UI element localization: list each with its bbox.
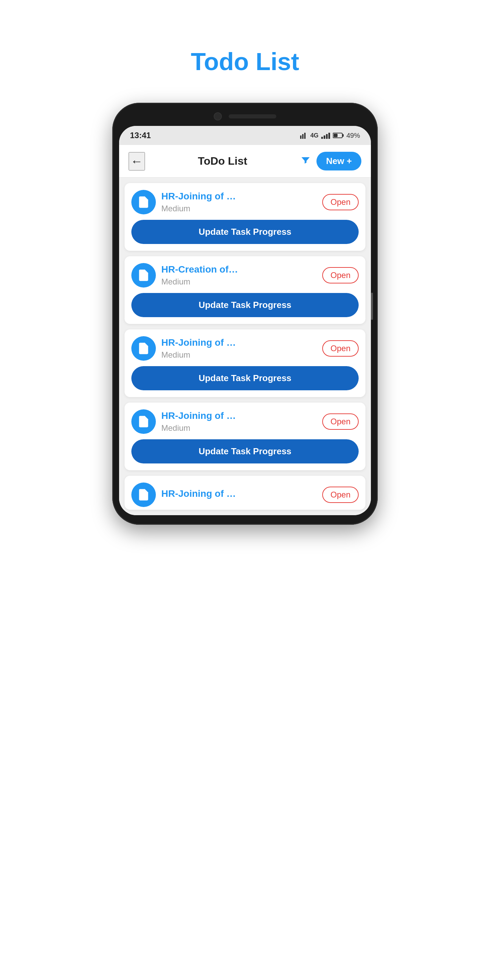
status-time: 13:41: [130, 130, 151, 140]
signal-bars-icon: [321, 132, 330, 139]
task-icon-3: [131, 336, 156, 361]
svg-rect-0: [300, 135, 301, 139]
back-button[interactable]: ←: [129, 152, 145, 170]
phone-speaker: [229, 115, 276, 118]
task-card-2-header: HR-Creation of… Medium Open: [131, 263, 359, 288]
svg-rect-4: [342, 134, 344, 137]
task-card-3: HR-Joining of … Medium Open Update Task …: [124, 329, 366, 397]
update-task-button-1[interactable]: Update Task Progress: [131, 220, 359, 244]
task-card-5: HR-Joining of … Open: [124, 476, 366, 510]
task-card-3-header: HR-Joining of … Medium Open: [131, 336, 359, 361]
task-title-4: HR-Joining of …: [161, 410, 317, 421]
svg-rect-5: [334, 134, 337, 137]
task-title-1: HR-Joining of …: [161, 191, 317, 202]
task-icon-1: [131, 190, 156, 215]
task-title-5: HR-Joining of …: [161, 488, 317, 499]
battery-percent: 49%: [347, 132, 360, 140]
task-info-5: HR-Joining of …: [161, 488, 317, 501]
phone-top-decor: [119, 112, 371, 121]
task-icon-4: [131, 409, 156, 434]
filter-icon[interactable]: [300, 154, 311, 168]
svg-rect-1: [302, 134, 304, 139]
task-icon-2: [131, 263, 156, 288]
task-card-4: HR-Joining of … Medium Open Update Task …: [124, 402, 366, 470]
svg-rect-2: [304, 133, 305, 139]
task-status-5[interactable]: Open: [322, 487, 359, 503]
scroll-indicator: [371, 293, 373, 320]
task-status-2[interactable]: Open: [322, 267, 359, 283]
app-bar-title: ToDo List: [145, 155, 300, 167]
screen-content: HR-Joining of … Medium Open Update Task …: [119, 178, 371, 515]
task-priority-1: Medium: [161, 204, 317, 213]
task-status-3[interactable]: Open: [322, 340, 359, 356]
task-priority-2: Medium: [161, 277, 317, 286]
phone-camera: [214, 112, 222, 121]
update-task-button-2[interactable]: Update Task Progress: [131, 293, 359, 317]
new-button[interactable]: New +: [317, 152, 361, 170]
wifi-icon: [300, 132, 308, 139]
task-info-1: HR-Joining of … Medium: [161, 191, 317, 213]
task-icon-5: [131, 482, 156, 507]
status-icons: 4G 49%: [300, 132, 360, 140]
phone-frame: 13:41 4G: [112, 103, 378, 525]
task-title-3: HR-Joining of …: [161, 337, 317, 348]
app-bar: ← ToDo List New +: [119, 145, 371, 178]
battery-icon: [333, 132, 344, 138]
task-info-3: HR-Joining of … Medium: [161, 337, 317, 360]
app-bar-actions: New +: [300, 152, 361, 170]
status-bar: 13:41 4G: [119, 126, 371, 145]
task-status-4[interactable]: Open: [322, 414, 359, 430]
task-priority-3: Medium: [161, 350, 317, 360]
update-task-button-4[interactable]: Update Task Progress: [131, 439, 359, 463]
task-status-1[interactable]: Open: [322, 194, 359, 210]
task-card-1-header: HR-Joining of … Medium Open: [131, 190, 359, 215]
page-title: Todo List: [191, 48, 299, 76]
phone-screen: 13:41 4G: [119, 126, 371, 515]
network-label: 4G: [310, 132, 318, 139]
update-task-button-3[interactable]: Update Task Progress: [131, 366, 359, 390]
task-info-2: HR-Creation of… Medium: [161, 264, 317, 286]
task-card-5-header: HR-Joining of … Open: [131, 482, 359, 507]
task-card-1: HR-Joining of … Medium Open Update Task …: [124, 183, 366, 251]
task-card-2: HR-Creation of… Medium Open Update Task …: [124, 256, 366, 324]
task-info-4: HR-Joining of … Medium: [161, 410, 317, 433]
task-title-2: HR-Creation of…: [161, 264, 317, 275]
task-priority-4: Medium: [161, 423, 317, 433]
task-card-4-header: HR-Joining of … Medium Open: [131, 409, 359, 434]
